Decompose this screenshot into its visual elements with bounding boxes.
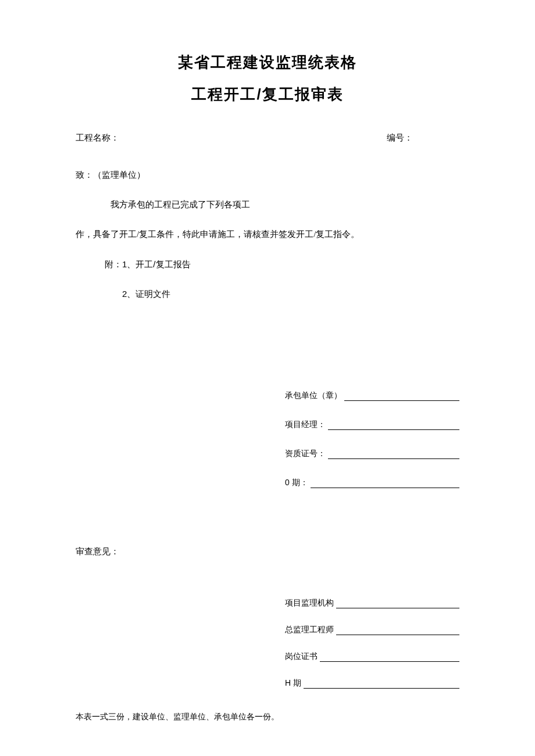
qualification-label: 资质证号： — [285, 449, 326, 459]
qualification-row: 资质证号： — [285, 449, 459, 459]
project-manager-row: 项目经理： — [285, 420, 459, 430]
date-row-1: 0 期： — [285, 478, 459, 488]
contractor-seal-label: 承包单位（章） — [285, 390, 342, 401]
attachment-2: 2、证明文件 — [76, 284, 459, 303]
qualification-line — [328, 458, 459, 459]
chief-engineer-line — [336, 635, 459, 635]
paragraph-1: 我方承包的工程已完成了下列各项工 — [76, 195, 459, 214]
review-opinion-label: 审查意见： — [76, 546, 459, 557]
chief-engineer-label: 总监理工程师 — [285, 625, 334, 635]
chief-engineer-row: 总监理工程师 — [285, 625, 459, 635]
date-label-2: H 期 — [285, 678, 301, 689]
contractor-seal-line — [344, 400, 459, 401]
date-line-1 — [311, 488, 459, 488]
supervision-org-label: 项目监理机构 — [285, 598, 334, 608]
contractor-seal-row: 承包单位（章） — [285, 390, 459, 401]
project-manager-label: 项目经理： — [285, 420, 326, 430]
position-cert-label: 岗位证书 — [285, 651, 318, 662]
header-row: 工程名称： 编号： — [76, 132, 459, 144]
project-manager-line — [328, 429, 459, 430]
paragraph-2: 作，具备了开工/复工条件，特此申请施工，请核查并签发开工/复工指令。 — [76, 225, 459, 244]
to-line: 致：（监理单位） — [76, 166, 459, 185]
title-line-1: 某省工程建设监理统表格 — [76, 52, 459, 73]
title-line-2: 工程开工/复工报审表 — [76, 84, 459, 105]
date-label-1: 0 期： — [285, 478, 308, 488]
attachment-1: 附：1、开工/复工报告 — [76, 255, 459, 274]
document-page: 某省工程建设监理统表格 工程开工/复工报审表 工程名称： 编号： 致：（监理单位… — [0, 0, 535, 756]
position-cert-line — [320, 661, 459, 662]
date-line-2 — [304, 688, 459, 689]
supervision-org-line — [336, 608, 459, 608]
signature-block-2: 项目监理机构 总监理工程师 岗位证书 H 期 — [285, 598, 459, 689]
serial-number-label: 编号： — [387, 132, 413, 144]
footer-note: 本表一式三份，建设单位、监理单位、承包单位各一份。 — [76, 712, 459, 722]
supervision-org-row: 项目监理机构 — [285, 598, 459, 608]
signature-block-1: 承包单位（章） 项目经理： 资质证号： 0 期： — [285, 390, 459, 488]
date-row-2: H 期 — [285, 678, 459, 689]
position-cert-row: 岗位证书 — [285, 651, 459, 662]
body-section: 致：（监理单位） 我方承包的工程已完成了下列各项工 作，具备了开工/复工条件，特… — [76, 166, 459, 303]
project-name-label: 工程名称： — [76, 132, 119, 144]
